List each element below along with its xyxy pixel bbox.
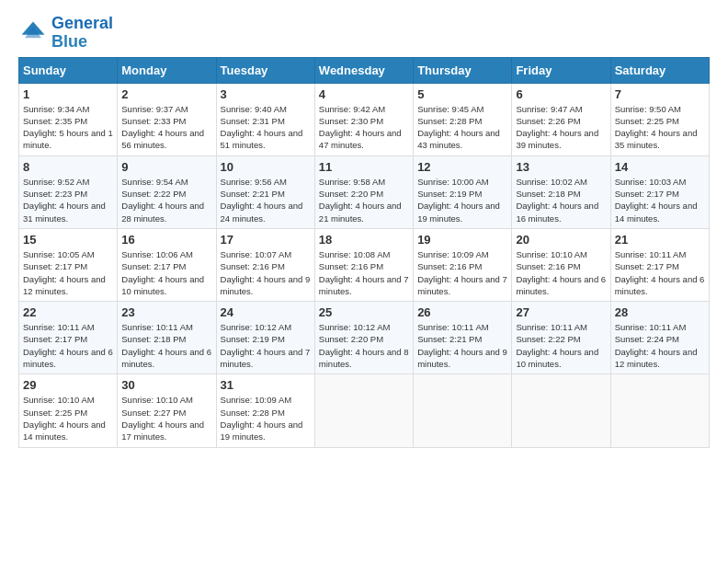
day-info: Sunrise: 10:11 AM Sunset: 2:18 PM Daylig…: [121, 321, 211, 370]
day-info: Sunrise: 9:40 AM Sunset: 2:31 PM Dayligh…: [221, 103, 311, 152]
day-info: Sunrise: 10:07 AM Sunset: 2:16 PM Daylig…: [221, 248, 311, 297]
calendar-cell: 22 Sunrise: 10:11 AM Sunset: 2:17 PM Day…: [19, 302, 118, 374]
day-info: Sunrise: 9:50 AM Sunset: 2:25 PM Dayligh…: [615, 103, 705, 152]
calendar-cell: 24 Sunrise: 10:12 AM Sunset: 2:19 PM Day…: [216, 302, 314, 374]
calendar-cell: 28 Sunrise: 10:11 AM Sunset: 2:24 PM Day…: [610, 302, 709, 374]
logo: General Blue: [18, 15, 113, 52]
day-number: 18: [319, 233, 409, 247]
day-info: Sunrise: 10:09 AM Sunset: 2:16 PM Daylig…: [417, 248, 507, 297]
calendar-cell: 17 Sunrise: 10:07 AM Sunset: 2:16 PM Day…: [216, 228, 314, 301]
calendar-cell: 23 Sunrise: 10:11 AM Sunset: 2:18 PM Day…: [118, 302, 216, 374]
day-number: 15: [23, 233, 113, 247]
calendar-week-3: 15 Sunrise: 10:05 AM Sunset: 2:17 PM Day…: [19, 228, 710, 301]
day-number: 30: [121, 378, 211, 392]
day-info: Sunrise: 10:11 AM Sunset: 2:21 PM Daylig…: [417, 321, 507, 370]
calendar-cell: 1 Sunrise: 9:34 AM Sunset: 2:35 PM Dayli…: [19, 83, 118, 155]
day-number: 14: [615, 160, 705, 174]
weekday-header-friday: Friday: [512, 57, 610, 83]
calendar-table: SundayMondayTuesdayWednesdayThursdayFrid…: [18, 57, 710, 448]
day-info: Sunrise: 10:08 AM Sunset: 2:16 PM Daylig…: [319, 248, 409, 297]
day-number: 26: [417, 305, 507, 319]
day-number: 31: [221, 378, 311, 392]
day-number: 5: [417, 87, 507, 101]
day-info: Sunrise: 10:02 AM Sunset: 2:18 PM Daylig…: [516, 176, 606, 224]
calendar-cell: 2 Sunrise: 9:37 AM Sunset: 2:33 PM Dayli…: [118, 83, 216, 155]
weekday-header-wednesday: Wednesday: [314, 57, 413, 83]
calendar-cell: [610, 374, 709, 447]
day-number: 23: [121, 305, 211, 319]
calendar-cell: 4 Sunrise: 9:42 AM Sunset: 2:30 PM Dayli…: [314, 83, 413, 155]
day-info: Sunrise: 10:12 AM Sunset: 2:20 PM Daylig…: [319, 321, 409, 370]
day-number: 16: [121, 233, 211, 247]
day-number: 19: [417, 233, 507, 247]
day-number: 17: [221, 233, 311, 247]
day-info: Sunrise: 10:05 AM Sunset: 2:17 PM Daylig…: [23, 248, 113, 297]
day-number: 13: [516, 160, 606, 174]
day-number: 20: [516, 233, 606, 247]
day-number: 24: [221, 305, 311, 319]
calendar-cell: 13 Sunrise: 10:02 AM Sunset: 2:18 PM Day…: [512, 155, 610, 228]
weekday-header-saturday: Saturday: [610, 57, 709, 83]
day-info: Sunrise: 9:58 AM Sunset: 2:20 PM Dayligh…: [319, 176, 409, 224]
calendar-cell: 30 Sunrise: 10:10 AM Sunset: 2:27 PM Day…: [118, 374, 216, 447]
calendar-cell: 7 Sunrise: 9:50 AM Sunset: 2:25 PM Dayli…: [610, 83, 709, 155]
day-number: 11: [319, 160, 409, 174]
day-number: 12: [417, 160, 507, 174]
day-info: Sunrise: 10:11 AM Sunset: 2:22 PM Daylig…: [516, 321, 606, 370]
day-info: Sunrise: 10:10 AM Sunset: 2:25 PM Daylig…: [23, 394, 113, 442]
calendar-week-5: 29 Sunrise: 10:10 AM Sunset: 2:25 PM Day…: [19, 374, 710, 447]
calendar-cell: 3 Sunrise: 9:40 AM Sunset: 2:31 PM Dayli…: [216, 83, 314, 155]
day-info: Sunrise: 9:56 AM Sunset: 2:21 PM Dayligh…: [221, 176, 311, 224]
day-info: Sunrise: 9:42 AM Sunset: 2:30 PM Dayligh…: [319, 103, 409, 152]
day-info: Sunrise: 9:52 AM Sunset: 2:23 PM Dayligh…: [23, 176, 113, 224]
page-header: General Blue: [18, 15, 710, 52]
day-number: 10: [221, 160, 311, 174]
day-number: 21: [615, 233, 705, 247]
weekday-header-thursday: Thursday: [414, 57, 512, 83]
weekday-header-tuesday: Tuesday: [216, 57, 314, 83]
day-number: 8: [23, 160, 113, 174]
calendar-week-4: 22 Sunrise: 10:11 AM Sunset: 2:17 PM Day…: [19, 302, 710, 374]
calendar-cell: [314, 374, 413, 447]
day-number: 22: [23, 305, 113, 319]
day-info: Sunrise: 10:11 AM Sunset: 2:17 PM Daylig…: [23, 321, 113, 370]
calendar-cell: 29 Sunrise: 10:10 AM Sunset: 2:25 PM Day…: [19, 374, 118, 447]
day-info: Sunrise: 10:10 AM Sunset: 2:16 PM Daylig…: [516, 248, 606, 297]
day-number: 6: [516, 87, 606, 101]
calendar-week-2: 8 Sunrise: 9:52 AM Sunset: 2:23 PM Dayli…: [19, 155, 710, 228]
logo-icon: [18, 18, 48, 48]
calendar-cell: 14 Sunrise: 10:03 AM Sunset: 2:17 PM Day…: [610, 155, 709, 228]
day-number: 4: [319, 87, 409, 101]
logo-text: General Blue: [51, 15, 113, 52]
calendar-cell: 8 Sunrise: 9:52 AM Sunset: 2:23 PM Dayli…: [19, 155, 118, 228]
calendar-cell: 20 Sunrise: 10:10 AM Sunset: 2:16 PM Day…: [512, 228, 610, 301]
weekday-header-monday: Monday: [118, 57, 216, 83]
calendar-week-1: 1 Sunrise: 9:34 AM Sunset: 2:35 PM Dayli…: [19, 83, 710, 155]
calendar-cell: [414, 374, 512, 447]
day-info: Sunrise: 9:54 AM Sunset: 2:22 PM Dayligh…: [121, 176, 211, 224]
day-info: Sunrise: 9:47 AM Sunset: 2:26 PM Dayligh…: [516, 103, 606, 152]
day-info: Sunrise: 9:37 AM Sunset: 2:33 PM Dayligh…: [121, 103, 211, 152]
day-info: Sunrise: 10:06 AM Sunset: 2:17 PM Daylig…: [121, 248, 211, 297]
calendar-cell: 21 Sunrise: 10:11 AM Sunset: 2:17 PM Day…: [610, 228, 709, 301]
calendar-cell: 10 Sunrise: 9:56 AM Sunset: 2:21 PM Dayl…: [216, 155, 314, 228]
calendar-cell: 15 Sunrise: 10:05 AM Sunset: 2:17 PM Day…: [19, 228, 118, 301]
calendar-cell: 19 Sunrise: 10:09 AM Sunset: 2:16 PM Day…: [414, 228, 512, 301]
day-number: 2: [121, 87, 211, 101]
day-info: Sunrise: 10:09 AM Sunset: 2:28 PM Daylig…: [221, 394, 311, 442]
weekday-header-sunday: Sunday: [19, 57, 118, 83]
day-number: 7: [615, 87, 705, 101]
day-info: Sunrise: 10:03 AM Sunset: 2:17 PM Daylig…: [615, 176, 705, 224]
calendar-cell: 31 Sunrise: 10:09 AM Sunset: 2:28 PM Day…: [216, 374, 314, 447]
day-info: Sunrise: 10:10 AM Sunset: 2:27 PM Daylig…: [121, 394, 211, 442]
calendar-cell: 6 Sunrise: 9:47 AM Sunset: 2:26 PM Dayli…: [512, 83, 610, 155]
day-info: Sunrise: 10:11 AM Sunset: 2:17 PM Daylig…: [615, 248, 705, 297]
calendar-cell: 26 Sunrise: 10:11 AM Sunset: 2:21 PM Day…: [414, 302, 512, 374]
day-info: Sunrise: 10:12 AM Sunset: 2:19 PM Daylig…: [221, 321, 311, 370]
day-info: Sunrise: 9:34 AM Sunset: 2:35 PM Dayligh…: [23, 103, 113, 152]
calendar-cell: 12 Sunrise: 10:00 AM Sunset: 2:19 PM Day…: [414, 155, 512, 228]
day-info: Sunrise: 10:11 AM Sunset: 2:24 PM Daylig…: [615, 321, 705, 370]
calendar-cell: 18 Sunrise: 10:08 AM Sunset: 2:16 PM Day…: [314, 228, 413, 301]
calendar-cell: 5 Sunrise: 9:45 AM Sunset: 2:28 PM Dayli…: [414, 83, 512, 155]
day-number: 3: [221, 87, 311, 101]
